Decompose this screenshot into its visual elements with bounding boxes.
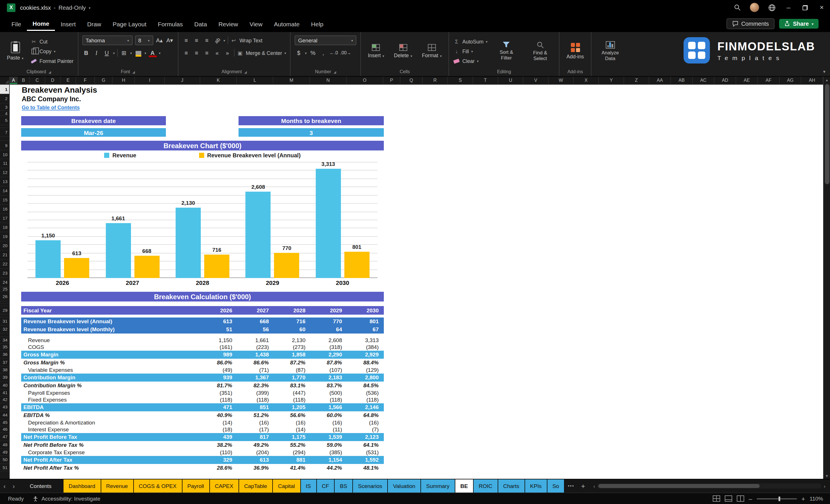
page-layout-view-icon[interactable] bbox=[725, 496, 732, 502]
autosum-button[interactable]: ΣAutoSum▾ bbox=[453, 37, 487, 46]
sheet-tab-valuation[interactable]: Valuation bbox=[388, 479, 421, 493]
align-left-button[interactable]: ≡ bbox=[182, 49, 190, 57]
maximize-button[interactable] bbox=[797, 0, 813, 15]
row-header-18[interactable]: 18 bbox=[0, 223, 9, 232]
row-header-24[interactable]: 24 bbox=[0, 278, 9, 287]
sheet-tab-roic[interactable]: ROIC bbox=[474, 479, 498, 493]
sheet-tab-dashboard[interactable]: Dashboard bbox=[63, 479, 101, 493]
row-header-26[interactable]: 26 bbox=[0, 292, 9, 302]
row-header-25[interactable]: 25 bbox=[0, 287, 9, 292]
column-header-y[interactable]: Y bbox=[599, 77, 624, 84]
row-header-47[interactable]: 47 bbox=[0, 433, 9, 441]
row-header-5[interactable]: 5 bbox=[0, 116, 9, 125]
row-header-14[interactable]: 14 bbox=[0, 187, 9, 196]
column-header-z[interactable]: Z bbox=[624, 77, 649, 84]
menu-tab-page-layout[interactable]: Page Layout bbox=[107, 17, 152, 30]
row-header-33[interactable] bbox=[0, 334, 9, 337]
column-header-ag[interactable]: AG bbox=[780, 77, 801, 84]
row-header-49[interactable]: 49 bbox=[0, 449, 9, 456]
increase-font-size-button[interactable]: A▴ bbox=[155, 36, 163, 44]
sort-filter-button[interactable]: Sort & Filter bbox=[492, 35, 521, 67]
calc-row-revenue-breakeven-level-monthly[interactable]: Revenue Breakeven level (Monthly)5156606… bbox=[21, 325, 384, 334]
row-header-21[interactable]: 21 bbox=[0, 251, 9, 260]
row-header-30[interactable] bbox=[0, 315, 9, 317]
column-header-u[interactable]: U bbox=[498, 77, 523, 84]
sheet-tab-captable[interactable]: CapTable bbox=[239, 479, 273, 493]
align-right-button[interactable]: ≡ bbox=[203, 49, 211, 57]
column-header-q[interactable]: Q bbox=[401, 77, 423, 84]
sheet-tab-scenarios[interactable]: Scenarios bbox=[353, 479, 388, 493]
calc-row-ebitda[interactable]: EBITDA %40.9%51.2%56.6%60.0%64.8% bbox=[21, 411, 384, 419]
clipboard-dialog-launcher[interactable]: ◢ bbox=[48, 70, 51, 74]
column-header-o[interactable]: O bbox=[347, 77, 383, 84]
column-header-g[interactable]: G bbox=[95, 77, 113, 84]
number-format-select[interactable]: General▾ bbox=[295, 35, 356, 45]
row-header-1[interactable]: 1 bbox=[0, 85, 9, 94]
menu-tab-data[interactable]: Data bbox=[189, 17, 213, 30]
column-header-i[interactable]: I bbox=[135, 77, 165, 84]
horizontal-scroll-track[interactable] bbox=[598, 483, 822, 489]
legend-item-revenue[interactable]: Revenue bbox=[104, 152, 136, 158]
scroll-up-arrow[interactable]: ▲ bbox=[825, 77, 829, 83]
column-header-l[interactable]: L bbox=[237, 77, 274, 84]
format-cells-button[interactable]: Format▾ bbox=[419, 35, 444, 67]
row-header-27[interactable] bbox=[0, 302, 9, 304]
sheet-tab-summary[interactable]: Summary bbox=[421, 479, 455, 493]
row-header-6[interactable] bbox=[0, 125, 9, 128]
number-dialog-launcher[interactable]: ◢ bbox=[333, 70, 336, 74]
row-header-40[interactable]: 40 bbox=[0, 382, 9, 389]
sheet-tab-bs[interactable]: BS bbox=[334, 479, 353, 493]
align-middle-button[interactable]: ≡ bbox=[192, 36, 200, 44]
column-header-n[interactable]: N bbox=[310, 77, 347, 84]
more-sheets-button[interactable]: ••• bbox=[565, 479, 577, 493]
menu-tab-help[interactable]: Help bbox=[306, 17, 329, 30]
decrease-font-size-button[interactable]: A▾ bbox=[166, 36, 173, 44]
row-header-32[interactable]: 32 bbox=[0, 325, 9, 334]
column-header-f[interactable]: F bbox=[76, 77, 95, 84]
delete-cells-button[interactable]: Delete▾ bbox=[391, 35, 415, 67]
font-dialog-launcher[interactable]: ◢ bbox=[132, 70, 135, 74]
calc-row-depreciation-amortization[interactable]: Depreciation & Amortization(14)(16)(16)(… bbox=[21, 419, 384, 426]
row-header-28[interactable] bbox=[0, 304, 9, 306]
calc-row-interest-expense[interactable]: Interest Expense(18)(17)(14)(11)(7) bbox=[21, 426, 384, 433]
calc-row-revenue[interactable]: Revenue1,1501,6612,1302,6083,313 bbox=[21, 337, 384, 344]
sheet-tab-so[interactable]: So bbox=[547, 479, 565, 493]
row-header-42[interactable]: 42 bbox=[0, 397, 9, 403]
menu-tab-draw[interactable]: Draw bbox=[82, 17, 107, 30]
calc-row-fiscal-year-header[interactable]: Fiscal Year20262027202820292030 bbox=[21, 306, 384, 315]
column-header-v[interactable]: V bbox=[523, 77, 549, 84]
calc-row-net-profit-before-tax[interactable]: Net Profit Before Tax4398171,1751,5392,1… bbox=[21, 433, 384, 441]
normal-view-icon[interactable] bbox=[713, 496, 720, 502]
sheet-tab-payroll[interactable]: Payroll bbox=[182, 479, 210, 493]
sheet-tab-revenue[interactable]: Revenue bbox=[101, 479, 134, 493]
column-header-e[interactable]: E bbox=[61, 77, 76, 84]
column-header-x[interactable]: X bbox=[574, 77, 599, 84]
font-color-button[interactable]: A bbox=[149, 49, 156, 57]
format-painter-button[interactable]: Format Painter bbox=[30, 57, 73, 65]
scroll-down-arrow[interactable]: ▼ bbox=[825, 473, 829, 478]
column-header-ab[interactable]: AB bbox=[671, 77, 693, 84]
calc-row-ebitda[interactable]: EBITDA4718511,2051,5662,146 bbox=[21, 403, 384, 411]
tab-scroll-left[interactable]: ‹ bbox=[0, 479, 9, 493]
column-header-m[interactable]: M bbox=[274, 77, 310, 84]
sheet-canvas[interactable]: Breakeven Analysis ABC Company Inc. Go t… bbox=[10, 85, 823, 479]
row-header-48[interactable]: 48 bbox=[0, 441, 9, 449]
increase-indent-button[interactable]: » bbox=[223, 49, 231, 57]
cut-button[interactable]: ✂Cut bbox=[30, 37, 73, 46]
menu-tab-home[interactable]: Home bbox=[27, 16, 55, 31]
row-header-46[interactable]: 46 bbox=[0, 426, 9, 433]
row-header-35[interactable]: 35 bbox=[0, 344, 9, 351]
clear-button[interactable]: Clear▾ bbox=[453, 57, 487, 65]
row-header-43[interactable]: 43 bbox=[0, 403, 9, 411]
column-header-w[interactable]: W bbox=[549, 77, 574, 84]
row-header-34[interactable]: 34 bbox=[0, 337, 9, 344]
calc-row-variable-expenses[interactable]: Variable Expenses(49)(71)(87)(107)(129) bbox=[21, 367, 384, 374]
calc-row-contribution-margin[interactable]: Contribution Margin %81.7%82.3%83.1%83.7… bbox=[21, 382, 384, 389]
paste-button[interactable]: Paste▾ bbox=[4, 35, 26, 67]
column-header-j[interactable]: J bbox=[165, 77, 200, 84]
underline-button[interactable]: U bbox=[103, 49, 111, 57]
sheet-tab-cf[interactable]: CF bbox=[317, 479, 334, 493]
menu-tab-automate[interactable]: Automate bbox=[268, 17, 306, 30]
comma-style-button[interactable]: , bbox=[319, 49, 327, 57]
calc-row-revenue-breakeven-level-annual[interactable]: Revenue Breakeven level (Annual)61366871… bbox=[21, 317, 384, 325]
